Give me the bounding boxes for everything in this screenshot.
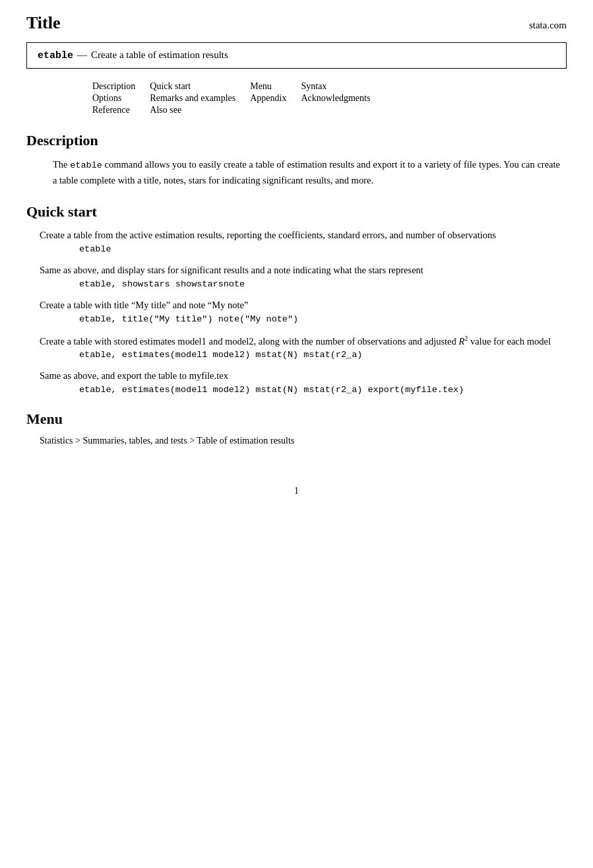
etable-inline-1: etable: [70, 160, 102, 170]
quick-start-item-2-text: Same as above, and display stars for sig…: [40, 263, 560, 278]
title-box-content: etable — Create a table of estimation re…: [38, 50, 555, 61]
quick-start-item-4-code: etable, estimates(model1 model2) mstat(N…: [79, 350, 567, 360]
title-description: Create a table of estimation results: [91, 50, 228, 61]
title-box: etable — Create a table of estimation re…: [26, 42, 567, 69]
menu-heading: Menu: [26, 411, 567, 428]
nav-row-3: Reference Also see: [92, 104, 385, 116]
page-title: Title: [26, 13, 61, 33]
nav-col4-row3: [301, 104, 385, 116]
description-text: The etable command allows you to easily …: [53, 157, 560, 187]
nav-col2-row1[interactable]: Quick start: [150, 81, 250, 92]
page-footer: 1: [26, 486, 567, 496]
page-number: 1: [294, 486, 299, 496]
nav-col3-row1[interactable]: Menu: [250, 81, 301, 92]
nav-row-1: Description Quick start Menu Syntax: [92, 81, 385, 92]
quick-start-item-1-text: Create a table from the active estimatio…: [40, 228, 560, 243]
title-dash: —: [77, 50, 87, 61]
description-section: Description The etable command allows yo…: [26, 132, 567, 187]
nav-col2-row3[interactable]: Also see: [150, 104, 250, 116]
nav-col1-row2[interactable]: Options: [92, 92, 150, 104]
quick-start-item-2-code: etable, showstars showstarsnote: [79, 279, 567, 289]
quick-start-item-3-code: etable, title("My title") note("My note"…: [79, 314, 567, 324]
description-heading: Description: [26, 132, 567, 149]
menu-path: Statistics > Summaries, tables, and test…: [40, 436, 567, 446]
quick-start-item-3-text: Create a table with title “My title” and…: [40, 298, 560, 313]
menu-section: Menu Statistics > Summaries, tables, and…: [26, 411, 567, 446]
nav-table: Description Quick start Menu Syntax Opti…: [92, 81, 567, 116]
nav-col3-row2[interactable]: Appendix: [250, 92, 301, 104]
quick-start-item-4-text: Create a table with stored estimates mod…: [40, 333, 560, 349]
nav-col3-row3: [250, 104, 301, 116]
nav-col4-row2[interactable]: Acknowledgments: [301, 92, 385, 104]
nav-col4-row1[interactable]: Syntax: [301, 81, 385, 92]
quick-start-item-5-text: Same as above, and export the table to m…: [40, 369, 560, 384]
quick-start-section: Quick start Create a table from the acti…: [26, 203, 567, 395]
nav-col2-row2[interactable]: Remarks and examples: [150, 92, 250, 104]
quick-start-item-5: Same as above, and export the table to m…: [40, 369, 567, 395]
quick-start-item-4: Create a table with stored estimates mod…: [40, 333, 567, 360]
brand-label: stata.com: [529, 20, 567, 31]
quick-start-item-1: Create a table from the active estimatio…: [40, 228, 567, 254]
quick-start-item-5-code: etable, estimates(model1 model2) mstat(N…: [79, 385, 567, 395]
quick-start-item-2: Same as above, and display stars for sig…: [40, 263, 567, 289]
quick-start-item-3: Create a table with title “My title” and…: [40, 298, 567, 324]
nav-col1-row1[interactable]: Description: [92, 81, 150, 92]
quick-start-item-1-code: etable: [79, 244, 567, 254]
nav-links-table: Description Quick start Menu Syntax Opti…: [92, 81, 385, 116]
nav-col1-row3[interactable]: Reference: [92, 104, 150, 116]
nav-row-2: Options Remarks and examples Appendix Ac…: [92, 92, 385, 104]
page-header: Title stata.com: [26, 13, 567, 33]
command-name: etable: [38, 50, 73, 61]
quick-start-heading: Quick start: [26, 203, 567, 220]
